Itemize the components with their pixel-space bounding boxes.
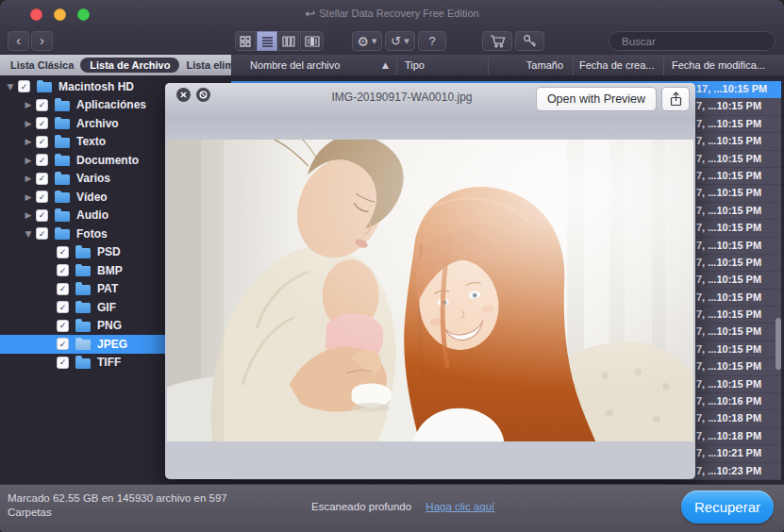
column-header[interactable]: Fecha de modifica...▲	[663, 55, 784, 75]
tree-item-label: Macintosh HD	[58, 80, 134, 93]
checkbox[interactable]: ✓	[36, 154, 48, 166]
grid-view-icon	[240, 36, 251, 47]
settings-dropdown-button[interactable]: ⚙▼	[352, 31, 382, 51]
nav-forward-button[interactable]: ›	[31, 31, 53, 51]
view-tab[interactable]: Lista de Archivo	[80, 58, 179, 73]
folder-icon	[75, 248, 91, 258]
preview-block-button[interactable]	[196, 88, 210, 102]
share-button[interactable]	[661, 87, 690, 111]
scan-history-dropdown-button[interactable]: ↺▼	[385, 31, 415, 51]
coverflow-view-icon	[305, 36, 320, 47]
history-icon: ↺	[391, 34, 401, 48]
coverflow-view-button[interactable]	[300, 31, 324, 51]
checkbox[interactable]: ✓	[57, 338, 69, 350]
column-header[interactable]: Nombre del archivo▲	[231, 55, 396, 75]
column-headers: Nombre del archivo▲Tipo▲Tamaño▲Fecha de …	[231, 55, 784, 75]
window-title: ↩Stellar Data Recovery Free Edition	[0, 7, 784, 21]
folder-icon	[75, 340, 91, 350]
checkbox[interactable]: ✓	[36, 209, 48, 222]
disclosure-triangle-icon[interactable]: ▶	[23, 137, 34, 146]
close-icon	[180, 91, 187, 98]
disclosure-triangle-icon[interactable]: ▼	[5, 82, 16, 91]
buy-button[interactable]	[482, 31, 512, 51]
file-modified-date: 7, ...10:21 PM	[696, 447, 761, 458]
folder-icon	[75, 322, 91, 332]
tree-item-label: Documento	[76, 154, 139, 167]
search-input[interactable]	[622, 36, 767, 47]
checkbox[interactable]: ✓	[57, 357, 69, 369]
nav-back-button[interactable]: ‹	[8, 31, 29, 51]
list-view-button[interactable]	[257, 31, 277, 51]
preview-header: IMG-20190917-WA0010.jpg Open with Previe…	[165, 83, 695, 140]
view-tab[interactable]: Lista Clásica	[4, 58, 80, 73]
checkbox[interactable]: ✓	[57, 301, 69, 313]
file-modified-date: 7, ...10:15 PM	[696, 118, 761, 129]
open-with-preview-button[interactable]: Open with Preview	[536, 87, 657, 111]
deep-scan-link[interactable]: Haga clic aquí	[425, 501, 494, 512]
search-field[interactable]	[609, 31, 776, 51]
file-modified-date: 7, ...10:15 PM	[696, 153, 761, 164]
folder-icon	[37, 82, 52, 92]
help-button[interactable]: ?	[418, 31, 446, 51]
column-header[interactable]: Tipo▲	[396, 55, 488, 75]
caret-down-icon: ▼	[372, 38, 376, 45]
file-modified-date: 7, ...10:15 PM	[696, 308, 761, 320]
help-icon: ?	[428, 34, 435, 48]
tree-item-label: JPEG	[97, 338, 127, 351]
folder-icon	[75, 303, 91, 313]
file-modified-date: 7, ...10:15 PM	[696, 100, 761, 111]
checkbox[interactable]: ✓	[36, 117, 48, 129]
checkbox[interactable]: ✓	[57, 283, 69, 295]
checkbox[interactable]: ✓	[36, 173, 48, 185]
file-modified-date: 7, ...10:18 PM	[696, 430, 761, 441]
activation-button[interactable]	[515, 31, 544, 51]
grid-view-button[interactable]	[235, 31, 256, 51]
tree-item-label: Vídeo	[76, 191, 108, 204]
disclosure-triangle-icon[interactable]: ▶	[23, 210, 34, 220]
checkbox[interactable]: ✓	[57, 320, 69, 332]
checkbox[interactable]: ✓	[36, 191, 48, 203]
disclosure-triangle-icon[interactable]: ▼	[23, 229, 34, 239]
share-icon	[669, 91, 683, 107]
preview-photo	[167, 140, 693, 441]
file-modified-date: 7, ...10:15 PM	[696, 325, 761, 337]
checkbox[interactable]: ✓	[18, 80, 30, 92]
column-header[interactable]: Tamaño▲	[488, 55, 573, 75]
recover-button[interactable]: Recuperar	[681, 490, 774, 524]
disclosure-triangle-icon[interactable]: ▶	[23, 119, 34, 128]
file-modified-date: 7, ...10:15 PM	[696, 378, 761, 390]
list-header-strip: Lista ClásicaLista de ArchivoLista elimi…	[0, 55, 784, 75]
tree-item-label: Texto	[76, 135, 106, 148]
main-content: ▼ ✓ Macintosh HD ▶ ✓ Aplicaciónes ▶ ✓ Ar…	[0, 75, 784, 484]
window-header: ↩Stellar Data Recovery Free Edition ‹ › …	[0, 0, 784, 56]
checkbox[interactable]: ✓	[36, 136, 48, 148]
disclosure-triangle-icon[interactable]: ▶	[23, 100, 34, 109]
folder-icon	[55, 156, 70, 166]
disclosure-triangle-icon[interactable]: ▶	[23, 156, 34, 165]
file-modified-date: 7, ...10:15 PM	[696, 274, 761, 285]
checkbox[interactable]: ✓	[36, 99, 48, 111]
column-header[interactable]: Fecha de crea...▲	[573, 55, 663, 75]
checkbox[interactable]: ✓	[57, 246, 69, 258]
file-modified-date: 7, ...10:15 PM	[696, 343, 761, 355]
checkbox[interactable]: ✓	[36, 227, 48, 240]
folder-icon	[55, 175, 70, 185]
tree-item-label: GIF	[97, 301, 116, 314]
disclosure-triangle-icon[interactable]: ▶	[23, 192, 34, 202]
disclosure-triangle-icon[interactable]: ▶	[23, 174, 34, 183]
file-modified-date: 7, ...10:18 PM	[696, 412, 761, 424]
file-modified-date: 7, ...10:15 PM	[696, 135, 761, 146]
folder-icon	[75, 358, 91, 369]
preview-close-button[interactable]	[176, 88, 191, 102]
preview-window: IMG-20190917-WA0010.jpg Open with Previe…	[165, 83, 695, 479]
file-modified-date: 17, ...10:15 PM	[696, 83, 767, 94]
key-icon	[523, 34, 537, 48]
tree-item-label: Audio	[76, 208, 108, 222]
folder-icon	[55, 138, 70, 148]
columns-view-button[interactable]	[278, 31, 299, 51]
marked-summary-line2: Carpetas	[8, 506, 227, 520]
vertical-scrollbar[interactable]	[776, 318, 781, 370]
view-tabs: Lista ClásicaLista de ArchivoLista elimi…	[0, 55, 231, 75]
checkbox[interactable]: ✓	[57, 264, 69, 276]
file-modified-date: 7, ...10:15 PM	[696, 205, 761, 216]
